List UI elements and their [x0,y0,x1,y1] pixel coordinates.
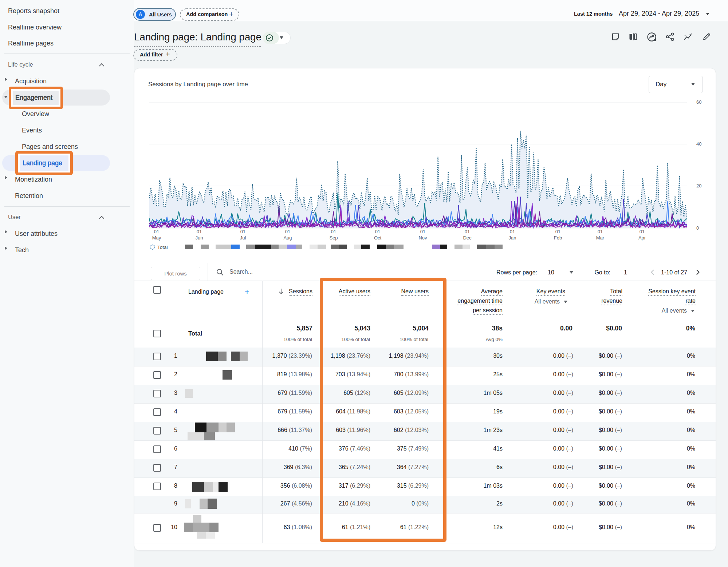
svg-text:01: 01 [640,229,645,234]
svg-text:Jun: Jun [196,235,203,241]
svg-text:01: 01 [375,229,380,234]
svg-text:Mar: Mar [596,235,605,241]
svg-text:01: 01 [197,229,202,234]
svg-text:40: 40 [696,141,701,147]
svg-text:May: May [152,235,161,241]
svg-text:01: 01 [598,229,603,234]
svg-text:01: 01 [465,229,470,234]
svg-text:Nov: Nov [418,235,427,241]
svg-text:01: 01 [331,229,336,234]
svg-text:01: 01 [555,229,560,234]
svg-text:Jul: Jul [240,235,246,241]
svg-text:Apr: Apr [638,235,646,241]
svg-text:01: 01 [240,229,245,234]
svg-text:Aug: Aug [283,235,292,241]
svg-text:20: 20 [696,183,701,189]
svg-text:Sep: Sep [329,235,338,241]
svg-text:0: 0 [696,225,699,231]
svg-text:Oct: Oct [374,235,382,241]
svg-text:01: 01 [154,229,159,234]
svg-text:01: 01 [285,229,290,234]
svg-text:Total: Total [157,245,168,250]
svg-text:60: 60 [696,99,701,105]
svg-text:Feb: Feb [554,235,562,241]
svg-text:Dec: Dec [463,235,472,241]
svg-text:01: 01 [510,229,515,234]
svg-text:01: 01 [420,229,425,234]
svg-text:Jan: Jan [509,235,516,241]
